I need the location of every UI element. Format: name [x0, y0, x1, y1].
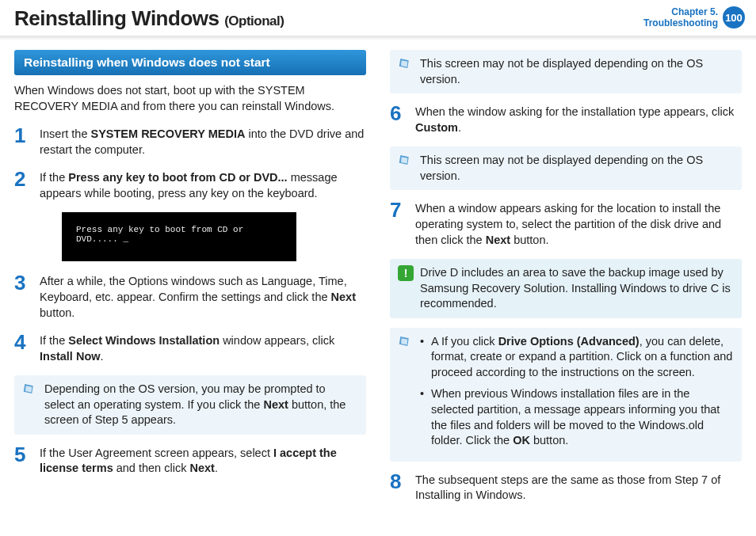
text: and then click: [113, 462, 190, 474]
step-number: 7: [390, 200, 407, 248]
step-number: 2: [14, 169, 32, 201]
text: button.: [510, 234, 548, 246]
text: Insert the: [40, 127, 90, 140]
step-body: When a window appears asking for the loc…: [415, 200, 742, 248]
step-4: 4 If the Select Windows Installation win…: [14, 332, 366, 364]
page-title: Reinstalling Windows (Optional): [14, 6, 284, 31]
step-2: 2 If the Press any key to boot from CD o…: [14, 169, 366, 201]
text: After a while, the Options windows such …: [40, 275, 347, 303]
bold: Install Now: [40, 350, 101, 363]
text: A If you click: [431, 335, 498, 348]
list-item: When previous Windows installation files…: [420, 386, 734, 448]
step-7: 7 When a window appears asking for the l…: [390, 200, 742, 248]
content-columns: Reinstalling when Windows does not start…: [0, 50, 756, 515]
step-number: 6: [390, 103, 407, 135]
note-body: Depending on the OS version, you may be …: [44, 382, 358, 428]
note-icon: [398, 153, 414, 169]
chapter-line1: Chapter 5.: [643, 6, 718, 17]
text: If the: [40, 334, 68, 347]
step-body: If the Press any key to boot from CD or …: [40, 169, 366, 201]
note-body: This screen may not be displayed dependi…: [420, 153, 734, 184]
step-body: The subsequent steps are the same as tho…: [415, 471, 742, 504]
chapter-block: Chapter 5. Troubleshooting 100: [643, 6, 745, 29]
step-body: When the window asking for the installat…: [415, 103, 742, 135]
page-header: Reinstalling Windows (Optional) Chapter …: [0, 0, 756, 36]
bold: Drive Options (Advanced): [498, 335, 640, 348]
step-8: 8 The subsequent steps are the same as t…: [390, 471, 742, 504]
text: button.: [530, 434, 568, 447]
text: window appears, click: [220, 334, 334, 347]
section-heading: Reinstalling when Windows does not start: [14, 50, 366, 75]
bold: Next: [189, 462, 214, 474]
bold: Custom: [415, 121, 458, 134]
step-1: 1 Insert the SYSTEM RECOVERY MEDIA into …: [14, 125, 366, 158]
boot-prompt-box: Press any key to boot from CD or DVD....…: [62, 212, 296, 261]
note-icon: [398, 56, 414, 72]
bold: Next: [331, 291, 356, 303]
note-step4: Depending on the OS version, you may be …: [14, 375, 366, 435]
step-6: 6 When the window asking for the install…: [390, 103, 742, 135]
note-top-right: This screen may not be displayed dependi…: [390, 50, 742, 93]
title-main: Reinstalling Windows: [14, 6, 219, 30]
text: When previous Windows installation files…: [431, 387, 720, 447]
note-step6: This screen may not be displayed dependi…: [390, 146, 742, 190]
note-drive-options: A If you click Drive Options (Advanced),…: [390, 328, 742, 462]
bold: Select Windows Installation: [68, 334, 220, 347]
note-icon: [22, 382, 38, 397]
header-divider: [0, 36, 756, 40]
chapter-text: Chapter 5. Troubleshooting: [643, 6, 718, 29]
note-body: This screen may not be displayed dependi…: [420, 56, 734, 87]
text: If the User Agreement screen appears, se…: [40, 447, 273, 459]
bullet-list: A If you click Drive Options (Advanced),…: [420, 334, 734, 449]
text: If the: [40, 171, 68, 184]
title-optional: (Optional): [224, 13, 284, 29]
note-body: Drive D includes an area to save the bac…: [420, 265, 734, 312]
text: .: [458, 121, 461, 134]
step-body: Insert the SYSTEM RECOVERY MEDIA into th…: [40, 125, 366, 158]
step-body: After a while, the Options windows such …: [40, 272, 366, 321]
step-body: If the Select Windows Installation windo…: [40, 332, 366, 364]
chapter-line2: Troubleshooting: [643, 17, 718, 29]
right-column: This screen may not be displayed dependi…: [390, 50, 742, 515]
text: .: [101, 350, 104, 363]
warning-drive-d: ! Drive D includes an area to save the b…: [390, 259, 742, 318]
text: .: [215, 462, 218, 474]
bold: Next: [486, 234, 510, 246]
intro-text: When Windows does not start, boot up wit…: [14, 83, 366, 114]
note-body: A If you click Drive Options (Advanced),…: [420, 334, 734, 455]
text: When a window appears asking for the loc…: [415, 202, 721, 245]
step-5: 5 If the User Agreement screen appears, …: [14, 444, 366, 477]
text: button.: [40, 306, 74, 319]
step-number: 3: [14, 272, 32, 321]
list-item: A If you click Drive Options (Advanced),…: [420, 334, 734, 381]
note-icon: [398, 334, 414, 350]
bold: OK: [513, 434, 530, 447]
warning-icon: !: [398, 265, 414, 281]
bold: SYSTEM RECOVERY MEDIA: [90, 127, 245, 140]
step-number: 5: [14, 444, 32, 477]
left-column: Reinstalling when Windows does not start…: [14, 50, 366, 515]
page-number-badge: 100: [723, 6, 745, 29]
bold: Press any key to boot from CD or DVD...: [68, 171, 287, 184]
step-3: 3 After a while, the Options windows suc…: [14, 272, 366, 321]
step-number: 8: [390, 471, 407, 504]
step-number: 1: [14, 125, 32, 158]
step-body: If the User Agreement screen appears, se…: [40, 444, 366, 477]
bold: Next: [263, 398, 288, 411]
text: When the window asking for the installat…: [415, 105, 734, 118]
step-number: 4: [14, 332, 32, 364]
